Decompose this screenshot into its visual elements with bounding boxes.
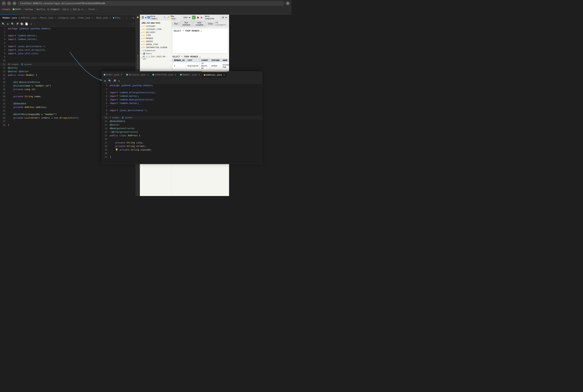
bottom-tab-icon-delivery bbox=[126, 74, 128, 76]
bottom-tab-icon-member bbox=[180, 74, 182, 76]
bookmark-firefox[interactable]: Firef... bbox=[89, 8, 98, 10]
db-table-order-item[interactable]: ▶ 📁 ORDER_ITEM bbox=[141, 43, 170, 46]
file-icon[interactable]: 📄 bbox=[24, 22, 28, 26]
clear-button[interactable]: Clear bbox=[206, 22, 214, 25]
address-bar[interactable]: localhost:8080/h2-console/login.do?jsess… bbox=[18, 1, 284, 6]
tab-orderitem-java[interactable]: OrderItem.java × bbox=[150, 72, 178, 78]
bottom-search-icon[interactable]: ⚙ bbox=[103, 79, 107, 82]
tab-close-album[interactable]: × bbox=[126, 16, 127, 19]
col-street[interactable]: STREET bbox=[200, 59, 210, 62]
editor-toolbar: 🔍 ⚙ 🔍 🔎 🎨 📄 ↕ ✓ bbox=[0, 21, 136, 27]
tab-order-java[interactable]: Order.java × bbox=[102, 72, 124, 78]
settings-icon[interactable]: ⚙ bbox=[133, 16, 134, 19]
tab-category-java[interactable]: Category.java × bbox=[56, 14, 76, 21]
tab-item-java[interactable]: Item.java × bbox=[76, 14, 94, 21]
addr-line-10: 10 7 usages 👤 giyeon bbox=[102, 116, 262, 120]
h2-menu-icon[interactable]: ☰ bbox=[142, 16, 144, 19]
bookmark-youtube[interactable]: ▶ YouTube bbox=[23, 8, 33, 10]
auto-complete-button[interactable]: Auto complete bbox=[193, 21, 206, 26]
tab-album-java[interactable]: Albu... × bbox=[111, 14, 129, 21]
addr-line-14: 14 ➜@AllArgsConstructor bbox=[102, 130, 262, 134]
tab-close-movie[interactable]: × bbox=[55, 16, 56, 19]
col-name[interactable]: NAME bbox=[221, 59, 229, 62]
expand-orders-icon: ▶ bbox=[142, 41, 142, 42]
addr-line-1: 1 package jpabook.jpashop.domain; bbox=[102, 84, 262, 87]
tab-bottom-address-java[interactable]: Address.java × bbox=[202, 72, 227, 78]
expand-category-icon: ▶ bbox=[142, 26, 142, 27]
address-java-editor[interactable]: 1 package jpabook.jpashop.domain; 2 3 im… bbox=[102, 84, 262, 159]
cell-name: Giyeon Pak bbox=[221, 62, 229, 70]
addr-line-8: 8 import javax.persistence.*; bbox=[102, 108, 262, 112]
bottom-sort-icon[interactable]: ↕ bbox=[117, 79, 121, 82]
sort-icon[interactable]: ↕ bbox=[29, 22, 33, 26]
h2-icon2: 🔑 bbox=[167, 16, 170, 18]
bookmark-naver[interactable]: N NAVER bbox=[13, 8, 21, 10]
inspect2-icon[interactable]: 🔎 bbox=[15, 22, 19, 26]
expand-item-icon: ▶ bbox=[142, 34, 142, 36]
db-table-orders[interactable]: ▶ 📁 ORDERS bbox=[141, 40, 170, 43]
bookmark-coupang[interactable]: 🛒 쿠팡플레이 bbox=[47, 8, 60, 11]
color-icon[interactable]: 🎨 bbox=[20, 22, 24, 26]
db-table-delivery[interactable]: ▶ 📁 DELIVERY bbox=[141, 31, 170, 34]
db-version: ℹ H2 2.1.214 (2022-06-13) bbox=[141, 55, 170, 60]
tab-book-java[interactable]: Book.java × bbox=[94, 14, 111, 21]
db-table-item[interactable]: ▶ 📁 ITEM bbox=[141, 34, 170, 37]
h2-settings-icon[interactable]: ⚙ bbox=[145, 16, 146, 19]
expand-orderitem-icon: ▶ bbox=[142, 44, 142, 46]
run-green-button[interactable]: ▶ bbox=[192, 16, 196, 19]
code-line-2: 2 bbox=[0, 30, 136, 34]
notifications-icon[interactable]: 🔔 bbox=[136, 15, 140, 19]
tab-close-delivery[interactable]: × bbox=[147, 73, 148, 76]
tab-close-address[interactable]: × bbox=[38, 16, 40, 19]
bottom-inspect2-icon[interactable]: 🔎 bbox=[112, 79, 116, 82]
tab-close-orderitem[interactable]: × bbox=[175, 73, 176, 76]
inspect-icon[interactable]: 🔍 bbox=[11, 22, 14, 26]
run-selected-button[interactable]: Run Selected bbox=[180, 21, 192, 26]
db-users[interactable]: ▶ 👤 Users bbox=[141, 52, 170, 55]
db-table-category-item[interactable]: ▶ 📁 CATEOGRY_ITEM bbox=[141, 28, 170, 31]
tab-close-item[interactable]: × bbox=[92, 16, 93, 19]
tab-bottom-member-java[interactable]: Member.java × bbox=[178, 72, 202, 78]
tab-delivery-java[interactable]: Delivery.java × bbox=[124, 72, 150, 78]
notifications-label: Notifications bbox=[136, 54, 140, 70]
bottom-inspect-icon[interactable]: 🔍 bbox=[108, 79, 112, 82]
h2-stop2-icon[interactable]: ⏹ bbox=[200, 16, 203, 19]
col-zipcode[interactable]: ZIPCODE bbox=[210, 59, 221, 62]
tab-member-java[interactable]: Member.java × bbox=[0, 14, 18, 21]
col-member-id[interactable]: MEMBER_ID bbox=[172, 59, 186, 62]
run-button[interactable]: Run bbox=[173, 22, 180, 25]
sql-input-area[interactable]: SELECT * FROM MEMBER ; bbox=[172, 28, 228, 53]
db-table-category[interactable]: ▶ 📁 CATEGORY bbox=[141, 25, 170, 28]
bottom-tab-icon-orderitem bbox=[152, 74, 154, 76]
tab-movie-java[interactable]: Movie.java × bbox=[38, 14, 56, 21]
auto-complete-select[interactable]: Off On bbox=[220, 16, 228, 19]
back-button[interactable]: ← bbox=[2, 2, 6, 5]
tab-address-java[interactable]: Address.java × bbox=[18, 14, 38, 21]
result-query-text: SELECT * FROM MEMBER ; bbox=[172, 56, 228, 58]
tab-close-bottom-member[interactable]: × bbox=[198, 73, 200, 76]
tab-close-order[interactable]: × bbox=[121, 73, 122, 76]
tab-close-category[interactable]: × bbox=[76, 16, 78, 19]
max-rows-select[interactable]: 1000 100 500 bbox=[182, 16, 191, 19]
tab-close-bottom-address[interactable]: × bbox=[223, 74, 225, 76]
search-icon[interactable]: 🔍 bbox=[2, 22, 5, 26]
auto-commit-checkbox[interactable]: Auto commit bbox=[148, 15, 162, 20]
more-tabs-button[interactable]: ⋯ bbox=[130, 16, 132, 19]
h2-stop-icon[interactable]: ⏹ bbox=[196, 16, 199, 19]
addr-line-6: 6 import lombok.Setter; bbox=[102, 102, 262, 105]
db-sequences[interactable]: ▶ ⊞ Sequences bbox=[141, 49, 170, 52]
tab-close-member[interactable]: × bbox=[18, 16, 20, 19]
db-table-info-schema[interactable]: ▶ 📁 INFORMATION_SCHEMA bbox=[141, 46, 170, 49]
db-table-member[interactable]: ▶ 📁 MEMBER bbox=[141, 37, 170, 40]
db-connection-name[interactable]: jdbc:h2:mem:test bbox=[141, 21, 170, 25]
expand-infoschema-icon: ▶ bbox=[142, 47, 142, 48]
bookmark-google[interactable]: G Google bbox=[2, 8, 10, 10]
settings-toolbar-icon[interactable]: ⚙ bbox=[6, 22, 10, 26]
bookmark-disney[interactable]: 디즈니+ | 영화 및 시... bbox=[62, 8, 86, 11]
tab-close-book[interactable]: × bbox=[109, 16, 111, 19]
col-city[interactable]: CITY bbox=[186, 59, 200, 62]
bookmark-netflix[interactable]: N Netflix bbox=[35, 8, 45, 10]
forward-button[interactable]: → bbox=[7, 2, 11, 5]
settings-button[interactable]: ⚙ bbox=[286, 2, 290, 5]
refresh-button[interactable]: ↻ bbox=[12, 2, 16, 5]
